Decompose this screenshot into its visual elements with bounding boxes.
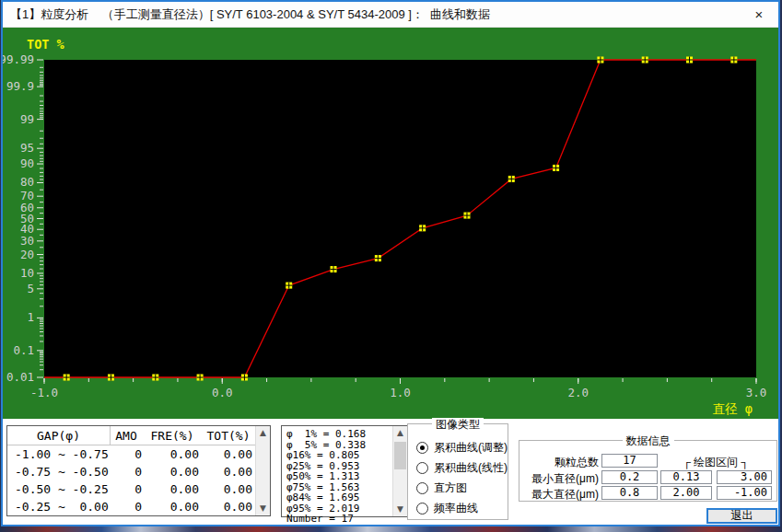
radio-unselected-icon[interactable] [416, 462, 428, 474]
scroll-up-icon[interactable]: ▲ [393, 426, 407, 440]
plot-type-group: 图像类型 累积曲线(调整)累积曲线(线性)直方图频率曲线 [407, 423, 508, 520]
x-tick-label: -1.0 [30, 386, 58, 399]
y-tick-label: 0.01 [6, 370, 34, 384]
y-tick-label: 0.1 [13, 343, 34, 357]
scrollbar-thumb[interactable] [394, 442, 406, 469]
range-field-2[interactable]: 3.00 [717, 470, 772, 484]
table-cell: 0 [111, 480, 142, 498]
radio-option-4[interactable]: 频率曲线 [416, 498, 508, 518]
radio-option-label: 频率曲线 [434, 501, 478, 516]
x-tick-label: 0.0 [212, 386, 233, 399]
radio-option-2[interactable]: 累积曲线(线性) [416, 457, 508, 478]
radio-selected-icon[interactable] [416, 442, 428, 454]
table-cell: 0.00 [203, 498, 254, 515]
x-tick-label: 1.0 [390, 386, 411, 399]
table-cell: 0.00 [203, 463, 254, 480]
radio-unselected-icon[interactable] [416, 503, 428, 515]
table-cell: -0.25 ~ 0.00 [7, 498, 111, 515]
range-field-4[interactable]: -1.00 [717, 486, 772, 500]
y-tick-label: 5 [27, 282, 34, 295]
max-diameter-label: 最大直径(μm) [521, 487, 599, 503]
table-cell: 0 [111, 498, 142, 515]
percentile-scrollbar[interactable]: ▲ ▼ [392, 426, 407, 516]
y-tick-label: 30 [20, 234, 34, 248]
y-tick-label: 1 [27, 310, 34, 324]
min-diameter-field[interactable]: 0.2 [601, 470, 658, 484]
table-cell: 0 [111, 463, 142, 480]
radio-unselected-icon[interactable] [416, 482, 428, 494]
y-tick-label: 80 [20, 175, 34, 189]
percentile-lines: φ 1% = 0.168φ 5% = 0.338φ16% = 0.805φ25%… [282, 426, 407, 525]
desktop-background: 【1】粒度分析 （手工测量直径法）[ SY/T 6103-2004 & SY/T… [0, 0, 782, 532]
list-item[interactable]: φ 1% = 0.168 [286, 429, 407, 440]
controls-panel: GAP(φ) AMO FRE(%) TOT(%) -1.00 ~ -0.7500… [3, 419, 778, 525]
percentile-listbox[interactable]: φ 1% = 0.168φ 5% = 0.338φ16% = 0.805φ25%… [281, 425, 408, 517]
table-cell: 0.00 [142, 463, 203, 480]
col-header-amo: AMO [111, 426, 142, 445]
col-header-tot: TOT(%) [203, 426, 254, 445]
radio-option-label: 累积曲线(调整) [434, 440, 508, 456]
data-info-group-title: 数据信息 [519, 434, 776, 449]
list-item[interactable]: φ50% = 1.313 [286, 471, 407, 482]
total-count-label: 颗粒总数 [521, 455, 599, 470]
radio-option-1[interactable]: 累积曲线(调整) [416, 437, 508, 457]
y-axis-title: TOT % [27, 37, 65, 52]
list-item[interactable]: φ84% = 1.695 [286, 492, 407, 503]
y-tick-label: 99 [20, 112, 34, 126]
window-title: 【1】粒度分析 （手工测量直径法）[ SY/T 6103-2004 & SY/T… [10, 6, 490, 23]
radio-option-3[interactable]: 直方图 [416, 478, 508, 498]
table-cell: 0 [111, 445, 142, 463]
x-tick-label: 3.0 [746, 386, 767, 399]
table-cell: 0.00 [142, 445, 203, 463]
table-cell: 0.00 [203, 445, 254, 463]
gap-table[interactable]: GAP(φ) AMO FRE(%) TOT(%) -1.00 ~ -0.7500… [6, 425, 271, 516]
table-row[interactable]: -0.50 ~ -0.2500.000.00 [7, 480, 270, 498]
list-item[interactable]: Number = 17 [286, 514, 407, 525]
plot-type-options: 累积曲线(调整)累积曲线(线性)直方图频率曲线 [408, 437, 508, 518]
gap-table-scrollbar[interactable]: ▲ ▼ [255, 426, 270, 515]
gap-table-header: GAP(φ) AMO FRE(%) TOT(%) [7, 426, 270, 445]
min-diameter-label: 最小直径(μm) [521, 471, 599, 487]
scroll-up-icon[interactable]: ▲ [256, 426, 270, 440]
y-tick-label: 10 [20, 266, 34, 280]
plot-background [44, 60, 756, 377]
table-cell: -0.75 ~ -0.50 [7, 463, 111, 480]
exit-button[interactable]: 退出 [706, 508, 777, 524]
cumulative-curve-chart: 99.9999.99995908070605040302010510.10.01… [3, 28, 778, 419]
table-cell: 0.00 [203, 480, 254, 498]
y-tick-label: 95 [20, 141, 34, 155]
table-row[interactable]: -1.00 ~ -0.7500.000.00 [7, 445, 270, 463]
y-tick-label: 20 [20, 248, 34, 261]
plot-type-group-title: 图像类型 [408, 417, 508, 433]
y-tick-label: 90 [20, 156, 34, 170]
scroll-down-icon[interactable]: ▼ [393, 503, 407, 516]
close-icon[interactable]: × [740, 2, 778, 28]
table-row[interactable]: -0.75 ~ -0.5000.000.00 [7, 463, 270, 480]
data-info-group: 数据信息 颗粒总数 17 ┌ 绘图区间 ┐ 最小直径(μm) 0.2 0.13 … [519, 440, 777, 502]
total-count-field: 17 [601, 454, 658, 468]
range-field-1[interactable]: 0.13 [660, 470, 712, 484]
table-cell: -0.50 ~ -0.25 [7, 480, 111, 498]
x-axis-title: 直径 φ [713, 401, 753, 416]
app-window: 【1】粒度分析 （手工测量直径法）[ SY/T 6103-2004 & SY/T… [1, 0, 780, 526]
max-diameter-field[interactable]: 0.8 [601, 486, 658, 500]
table-cell: 0.00 [142, 498, 203, 515]
list-item[interactable]: φ16% = 0.805 [286, 450, 407, 461]
range-field-3[interactable]: 2.00 [660, 486, 712, 500]
y-tick-label: 99.99 [3, 52, 34, 66]
chart-area: 99.9999.99995908070605040302010510.10.01… [3, 28, 778, 419]
table-cell: -1.00 ~ -0.75 [7, 445, 111, 463]
plot-range-label: ┌ 绘图区间 ┐ [659, 455, 772, 470]
gap-table-body: -1.00 ~ -0.7500.000.00-0.75 ~ -0.5000.00… [7, 445, 270, 515]
x-tick-label: 2.0 [567, 386, 589, 399]
scroll-down-icon[interactable]: ▼ [256, 502, 270, 515]
table-row[interactable]: -0.25 ~ 0.0000.000.00 [7, 498, 270, 515]
y-tick-label: 99.9 [6, 79, 34, 93]
radio-option-label: 累积曲线(线性) [434, 460, 508, 476]
col-header-gap: GAP(φ) [7, 426, 111, 445]
window-titlebar: 【1】粒度分析 （手工测量直径法）[ SY/T 6103-2004 & SY/T… [3, 2, 778, 28]
radio-option-label: 直方图 [434, 480, 467, 496]
col-header-fre: FRE(%) [142, 426, 203, 445]
table-cell: 0.00 [142, 480, 203, 498]
